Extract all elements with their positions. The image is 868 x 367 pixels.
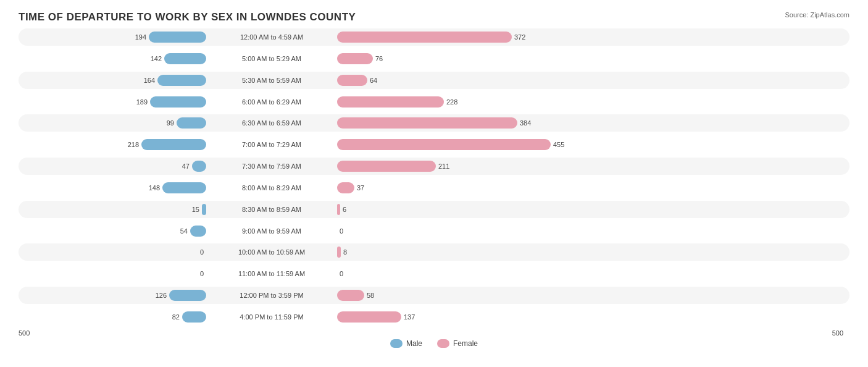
male-value: 148 (143, 184, 160, 192)
male-value: 15 (182, 206, 199, 213)
bar-row: 47 7:30 AM to 7:59 AM 211 (19, 158, 849, 175)
legend: Male Female (19, 339, 849, 348)
bar-row: 142 5:00 AM to 5:29 AM 76 (19, 50, 849, 67)
bar-row: 0 10:00 AM to 10:59 AM 8 (19, 243, 849, 261)
left-section: 126 (19, 290, 210, 301)
left-section: 15 (19, 204, 210, 215)
female-bar (337, 139, 551, 150)
female-value: 0 (340, 270, 357, 277)
bar-row: 126 12:00 PM to 3:59 PM 58 (19, 287, 849, 304)
time-label: 8:30 AM to 8:59 AM (210, 206, 333, 213)
bar-row: 164 5:30 AM to 5:59 AM 64 (19, 72, 849, 89)
male-value: 218 (122, 141, 139, 148)
male-bar (190, 226, 206, 237)
female-value: 58 (367, 292, 384, 299)
bar-row: 218 7:00 AM to 7:29 AM 455 (19, 136, 849, 153)
female-bar (337, 96, 444, 108)
female-bar (337, 204, 340, 215)
male-value: 126 (149, 292, 167, 299)
right-section: 137 (333, 311, 849, 323)
female-value: 455 (553, 141, 570, 148)
female-value: 6 (343, 206, 360, 213)
legend-female: Female (437, 339, 478, 348)
left-section: 82 (19, 311, 210, 323)
time-label: 12:00 AM to 4:59 AM (210, 33, 333, 41)
male-value: 142 (144, 55, 162, 62)
right-section: 64 (333, 75, 849, 86)
bar-row: 99 6:30 AM to 6:59 AM 384 (19, 114, 849, 132)
left-section: 189 (19, 96, 210, 108)
male-value: 54 (170, 227, 188, 235)
female-value: 0 (340, 227, 357, 235)
female-bar (337, 161, 436, 172)
male-bar (164, 53, 206, 64)
male-bar (182, 311, 206, 323)
female-value: 64 (370, 77, 387, 84)
bar-row: 189 6:00 AM to 6:29 AM 228 (19, 93, 849, 111)
right-section: 0 (333, 226, 849, 237)
time-label: 6:00 AM to 6:29 AM (210, 98, 333, 106)
legend-female-label: Female (453, 339, 478, 348)
bar-row: 15 8:30 AM to 8:59 AM 6 (19, 201, 849, 218)
male-value: 47 (172, 162, 190, 170)
female-bar (337, 311, 401, 323)
legend-male-box (390, 339, 403, 348)
male-bar (202, 204, 206, 215)
right-section: 0 (333, 268, 849, 279)
right-section: 372 (333, 32, 849, 43)
time-label: 5:00 AM to 5:29 AM (210, 55, 333, 62)
time-label: 6:30 AM to 6:59 AM (210, 119, 333, 127)
female-value: 76 (375, 55, 393, 62)
female-bar (337, 117, 517, 129)
male-bar (149, 32, 206, 43)
time-label: 10:00 AM to 10:59 AM (210, 248, 333, 256)
right-section: 211 (333, 161, 849, 172)
right-section: 228 (333, 96, 849, 108)
bar-row: 148 8:00 AM to 8:29 AM 37 (19, 179, 849, 196)
axis-row: 500 500 (19, 329, 849, 337)
female-bar (337, 75, 367, 86)
female-bar (337, 53, 373, 64)
left-section: 99 (19, 117, 210, 129)
left-section: 47 (19, 161, 210, 172)
male-value: 0 (186, 248, 204, 256)
chart-container: TIME OF DEPARTURE TO WORK BY SEX IN LOWN… (0, 0, 868, 367)
left-section: 148 (19, 182, 210, 193)
time-label: 5:30 AM to 5:59 AM (210, 77, 333, 84)
axis-left-label: 500 (19, 329, 30, 337)
legend-male-label: Male (406, 339, 422, 348)
female-value: 228 (446, 98, 464, 106)
male-bar (150, 96, 206, 108)
left-section: 218 (19, 139, 210, 150)
female-value: 37 (357, 184, 374, 192)
female-value: 137 (404, 313, 421, 321)
bar-row: 0 11:00 AM to 11:59 AM 0 (19, 265, 849, 282)
right-section: 37 (333, 182, 849, 193)
legend-male: Male (390, 339, 422, 348)
female-value: 211 (438, 162, 456, 170)
female-bar (337, 290, 364, 301)
left-section: 142 (19, 53, 210, 64)
right-section: 384 (333, 117, 849, 129)
left-section: 194 (19, 32, 210, 43)
time-label: 8:00 AM to 8:29 AM (210, 184, 333, 192)
left-section: 0 (19, 247, 210, 258)
left-section: 54 (19, 226, 210, 237)
time-label: 12:00 PM to 3:59 PM (210, 292, 333, 299)
bar-row: 54 9:00 AM to 9:59 AM 0 (19, 222, 849, 240)
male-bar (141, 139, 206, 150)
time-label: 7:30 AM to 7:59 AM (210, 162, 333, 170)
left-section: 0 (19, 268, 210, 279)
male-value: 164 (138, 77, 155, 84)
right-section: 8 (333, 247, 849, 258)
male-value: 99 (157, 119, 174, 127)
male-value: 189 (130, 98, 148, 106)
male-value: 194 (129, 33, 146, 41)
right-section: 76 (333, 53, 849, 64)
bar-row: 194 12:00 AM to 4:59 AM 372 (19, 28, 849, 46)
source-label: Source: ZipAtlas.com (785, 11, 849, 19)
male-value: 0 (186, 270, 204, 277)
right-section: 455 (333, 139, 849, 150)
time-label: 11:00 AM to 11:59 AM (210, 270, 333, 277)
female-value: 384 (520, 119, 537, 127)
